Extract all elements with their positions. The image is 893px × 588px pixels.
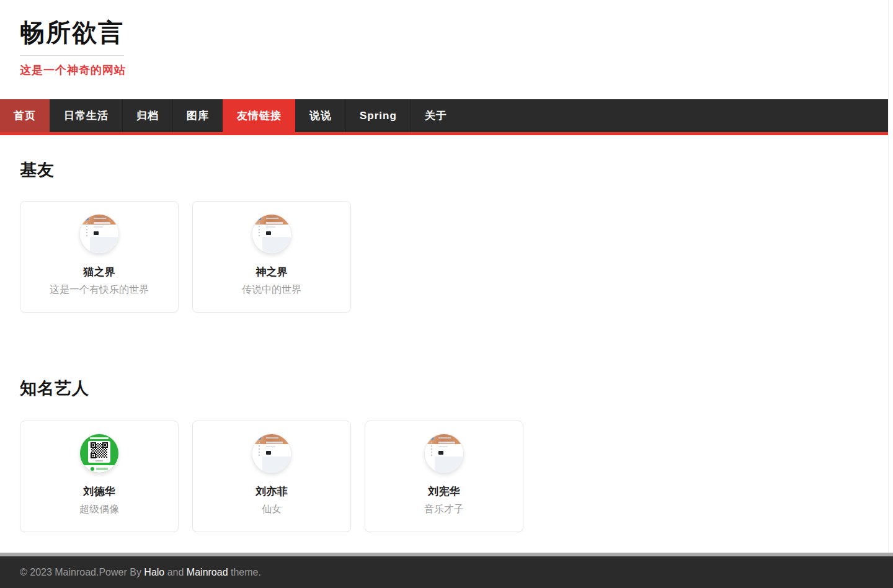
section-close-friends: 基友 猫之界 这是一个有快乐的世界 神之界 传说中的世界 <box>20 160 873 313</box>
friend-link-card[interactable]: 猫之界 这是一个有快乐的世界 <box>20 201 179 313</box>
friend-links-page: 基友 猫之界 这是一个有快乐的世界 神之界 传说中的世界 知名艺人 <box>0 160 893 532</box>
title-divider <box>20 55 124 56</box>
section-title: 知名艺人 <box>20 378 873 398</box>
friend-link-card[interactable]: 刘亦菲 仙女 <box>192 421 351 532</box>
friend-link-card[interactable]: 刘德华 超级偶像 <box>20 421 179 532</box>
nav-item-gallery[interactable]: 图库 <box>172 99 223 132</box>
friend-description: 这是一个有快乐的世界 <box>50 283 149 295</box>
website-screenshot-avatar <box>252 215 291 253</box>
section-title: 基友 <box>20 160 873 180</box>
friend-description: 超级偶像 <box>79 503 119 515</box>
copyright-text: © 2023 Mainroad.Power By <box>20 567 144 577</box>
friend-name: 刘亦菲 <box>256 486 288 498</box>
website-screenshot-avatar <box>425 434 463 473</box>
nav-item-about[interactable]: 关于 <box>411 99 461 132</box>
nav-item-archive[interactable]: 归档 <box>122 99 172 132</box>
friend-link-card[interactable]: 神之界 传说中的世界 <box>192 201 351 313</box>
site-subtitle: 这是一个神奇的网站 <box>20 64 873 77</box>
friend-name: 刘宪华 <box>429 486 460 498</box>
friend-name: 猫之界 <box>84 266 115 278</box>
scrollbar-track[interactable] <box>888 0 893 553</box>
nav-item-home[interactable]: 首页 <box>0 99 50 132</box>
friend-name: 神之界 <box>256 266 288 278</box>
friend-description: 传说中的世界 <box>242 283 301 295</box>
friend-link-card[interactable]: 刘宪华 音乐才子 <box>365 421 523 532</box>
website-screenshot-avatar <box>80 215 118 253</box>
friend-name: 刘德华 <box>84 486 115 498</box>
wechat-pay-icon <box>91 467 94 471</box>
site-header: 畅所欲言 这是一个神奇的网站 <box>0 0 893 99</box>
qr-code-avatar <box>80 434 118 473</box>
nav-item-friend-links[interactable]: 友情链接 <box>223 99 295 132</box>
nav-item-daily-life[interactable]: 日常生活 <box>50 99 122 132</box>
nav-item-shuoshuo[interactable]: 说说 <box>295 99 345 132</box>
footer-theme-text: theme. <box>228 567 261 577</box>
nav-bar: 首页 日常生活 归档 图库 友情链接 说说 Spring 关于 <box>0 99 888 132</box>
site-footer: © 2023 Mainroad.Power By Halo and Mainro… <box>0 553 893 588</box>
nav-item-spring[interactable]: Spring <box>345 99 411 132</box>
footer-and-text: and <box>164 567 187 577</box>
mainroad-link[interactable]: Mainroad <box>187 567 228 577</box>
halo-link[interactable]: Halo <box>144 567 164 577</box>
footer-bar: © 2023 Mainroad.Power By Halo and Mainro… <box>0 556 893 588</box>
friend-description: 音乐才子 <box>424 503 464 515</box>
site-title: 畅所欲言 <box>20 19 873 46</box>
card-row: 刘德华 超级偶像 刘亦菲 仙女 刘宪华 音乐才子 <box>20 421 873 532</box>
nav-accent-strip <box>0 132 893 135</box>
section-famous-artists: 知名艺人 刘德华 超级偶像 <box>20 378 873 532</box>
website-screenshot-avatar <box>252 434 291 473</box>
friend-description: 仙女 <box>262 503 282 515</box>
card-row: 猫之界 这是一个有快乐的世界 神之界 传说中的世界 <box>20 201 873 313</box>
main-navigation: 首页 日常生活 归档 图库 友情链接 说说 Spring 关于 <box>0 99 893 135</box>
